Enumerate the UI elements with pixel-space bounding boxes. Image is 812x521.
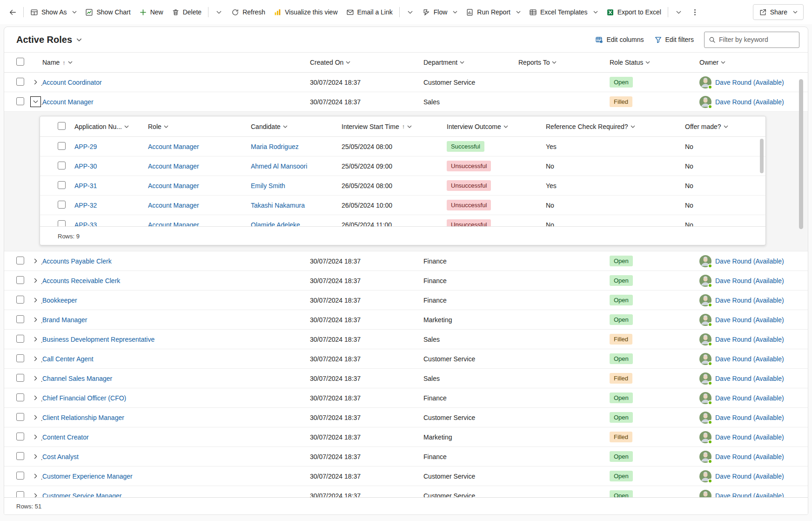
toolbar-visualize-this-view-button[interactable]: Visualize this view <box>269 4 342 20</box>
toolbar-new-button[interactable]: New <box>135 4 168 20</box>
subgrid-column-header-interview-outcome[interactable]: Interview Outcome <box>447 123 546 130</box>
row-checkbox[interactable] <box>16 491 24 498</box>
owner-link[interactable]: Dave Round (Available) <box>715 277 784 284</box>
application-role-link[interactable]: Account Manager <box>148 202 199 209</box>
subgrid-column-header-candidate[interactable]: Candidate <box>251 123 342 130</box>
grid-scrollbar[interactable] <box>799 79 803 229</box>
expand-row-button[interactable] <box>30 393 40 403</box>
toolbar-overflow-button[interactable] <box>671 4 687 20</box>
table-row[interactable]: Chief Financial Officer (CFO)30/07/2024 … <box>4 388 808 408</box>
role-name-link[interactable]: Accounts Payable Clerk <box>42 257 112 265</box>
owner-link[interactable]: Dave Round (Available) <box>715 79 784 86</box>
candidate-link[interactable]: Maria Rodriguez <box>251 143 299 150</box>
table-row[interactable]: Channel Sales Manager30/07/2024 18:37Sal… <box>4 369 808 388</box>
candidate-link[interactable]: Ahmed Al Mansoori <box>251 162 307 170</box>
expand-row-button[interactable] <box>30 452 40 462</box>
toolbar-show-as-button[interactable]: Show As <box>26 4 81 20</box>
role-name-link[interactable]: Call Center Agent <box>42 355 94 363</box>
role-name-link[interactable]: Customer Experience Manager <box>42 473 133 480</box>
column-header-owner[interactable]: Owner <box>699 59 799 66</box>
row-checkbox[interactable] <box>58 181 66 189</box>
expand-row-button[interactable] <box>30 295 40 305</box>
owner-link[interactable]: Dave Round (Available) <box>715 336 784 343</box>
owner-link[interactable]: Dave Round (Available) <box>715 473 784 480</box>
application-row[interactable]: APP-33Account ManagerOlamide Adeleke26/0… <box>40 215 765 226</box>
application-row[interactable]: APP-31Account ManagerEmily Smith26/05/20… <box>40 176 765 196</box>
collapse-row-button[interactable] <box>30 96 41 107</box>
role-name-link[interactable]: Content Creator <box>42 433 89 441</box>
view-selector[interactable]: Active Roles <box>16 34 82 45</box>
owner-link[interactable]: Dave Round (Available) <box>715 414 784 421</box>
candidate-link[interactable]: Takashi Nakamura <box>251 202 305 209</box>
row-checkbox[interactable] <box>16 78 24 86</box>
column-header-name[interactable]: Name↑ <box>42 59 310 66</box>
table-row[interactable]: Customer Service Manager30/07/2024 18:37… <box>4 486 808 497</box>
subgrid-column-header-reference-check-required[interactable]: Reference Check Required? <box>546 123 685 130</box>
table-row[interactable]: Accounts Receivable Clerk30/07/2024 18:3… <box>4 271 808 291</box>
table-row[interactable]: Cost Analyst30/07/2024 18:37FinanceOpenD… <box>4 447 808 467</box>
row-checkbox[interactable] <box>16 433 24 440</box>
expand-row-button[interactable] <box>30 276 40 286</box>
expand-row-button[interactable] <box>30 315 40 325</box>
row-checkbox[interactable] <box>16 315 24 323</box>
column-header-department[interactable]: Department <box>423 59 518 66</box>
column-header-reports-to[interactable]: Reports To <box>518 59 610 66</box>
row-checkbox[interactable] <box>16 413 24 421</box>
candidate-link[interactable]: Olamide Adeleke <box>251 221 300 227</box>
table-row[interactable]: Brand Manager30/07/2024 18:37MarketingOp… <box>4 310 808 330</box>
role-name-link[interactable]: Channel Sales Manager <box>42 375 112 382</box>
owner-link[interactable]: Dave Round (Available) <box>715 98 784 106</box>
application-number-link[interactable]: APP-32 <box>74 202 97 209</box>
row-checkbox[interactable] <box>16 335 24 343</box>
expand-row-button[interactable] <box>30 432 40 442</box>
application-number-link[interactable]: APP-29 <box>74 143 97 150</box>
role-name-link[interactable]: Account Coordinator <box>42 79 102 86</box>
owner-link[interactable]: Dave Round (Available) <box>715 492 784 498</box>
owner-link[interactable]: Dave Round (Available) <box>715 433 784 441</box>
role-name-link[interactable]: Brand Manager <box>42 316 87 324</box>
edit-columns-button[interactable]: Edit columns <box>595 36 644 44</box>
application-row[interactable]: APP-29Account ManagerMaria Rodriguez25/0… <box>40 137 765 156</box>
toolbar-email-a-link-button[interactable]: Email a Link <box>342 4 397 20</box>
role-name-link[interactable]: Customer Service Manager <box>42 492 121 498</box>
row-checkbox[interactable] <box>16 472 24 480</box>
column-header-role-status[interactable]: Role Status <box>610 59 699 66</box>
role-name-link[interactable]: Business Development Representative <box>42 336 154 343</box>
toolbar-run-report-button[interactable]: Run Report <box>462 4 525 20</box>
row-checkbox[interactable] <box>58 142 66 150</box>
application-number-link[interactable]: APP-33 <box>74 221 97 227</box>
toolbar-delete-button[interactable]: Delete <box>168 4 206 20</box>
role-name-link[interactable]: Cost Analyst <box>42 453 79 460</box>
toolbar-flow-button[interactable]: Flow <box>418 4 462 20</box>
row-checkbox[interactable] <box>16 97 24 105</box>
subgrid-select-all-checkbox[interactable] <box>58 122 66 130</box>
filter-keyword-input[interactable] <box>719 36 795 43</box>
role-name-link[interactable]: Account Manager <box>42 98 94 106</box>
owner-link[interactable]: Dave Round (Available) <box>715 316 784 324</box>
table-row[interactable]: Bookkeeper30/07/2024 18:37FinanceOpenDav… <box>4 291 808 310</box>
table-row[interactable]: Customer Experience Manager30/07/2024 18… <box>4 467 808 486</box>
row-checkbox[interactable] <box>16 452 24 460</box>
table-row[interactable]: Content Creator30/07/2024 18:37Marketing… <box>4 427 808 447</box>
application-number-link[interactable]: APP-30 <box>74 162 97 170</box>
role-name-link[interactable]: Chief Financial Officer (CFO) <box>42 394 126 402</box>
toolbar-excel-templates-button[interactable]: Excel Templates <box>525 4 602 20</box>
expand-row-button[interactable] <box>30 471 40 481</box>
keyword-filter-box[interactable] <box>704 32 799 48</box>
subgrid-scrollbar[interactable] <box>760 139 764 173</box>
expand-row-button[interactable] <box>30 256 40 266</box>
column-header-created-on[interactable]: Created On <box>310 59 423 66</box>
toolbar-more-button[interactable] <box>687 4 703 20</box>
select-all-checkbox[interactable] <box>16 58 24 66</box>
owner-link[interactable]: Dave Round (Available) <box>715 394 784 402</box>
expand-row-button[interactable] <box>30 77 40 88</box>
subgrid-column-header-role[interactable]: Role <box>148 123 251 130</box>
owner-link[interactable]: Dave Round (Available) <box>715 453 784 460</box>
row-checkbox[interactable] <box>58 220 66 227</box>
candidate-link[interactable]: Emily Smith <box>251 182 285 189</box>
row-checkbox[interactable] <box>16 393 24 401</box>
row-checkbox[interactable] <box>16 354 24 362</box>
expand-row-button[interactable] <box>30 373 40 384</box>
owner-link[interactable]: Dave Round (Available) <box>715 375 784 382</box>
subgrid-column-header-interview-start-time[interactable]: Interview Start Time↑ <box>342 123 447 130</box>
